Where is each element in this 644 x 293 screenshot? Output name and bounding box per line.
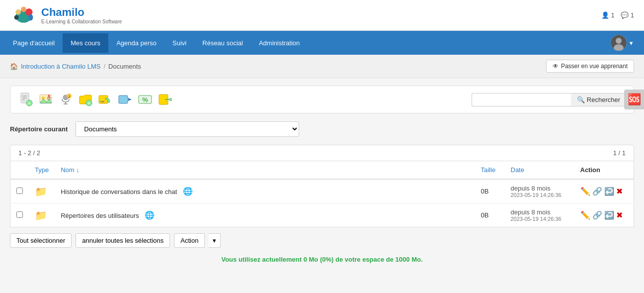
row-actions: ✏️ 🔗 ↩️ ✖ bbox=[574, 203, 634, 227]
row-size: 0B bbox=[475, 203, 505, 227]
row-date: depuis 8 mois 2023-05-19 14:26:36 bbox=[505, 179, 574, 203]
directory-select[interactable]: Documents bbox=[76, 121, 299, 137]
pagination-bar: 1 - 2 / 2 1 / 1 bbox=[10, 145, 634, 161]
breadcrumb-course-link[interactable]: Introduction à Chamilo LMS bbox=[21, 63, 100, 70]
table-header-row: Type Nom ↓ Taille Date Action bbox=[10, 161, 634, 179]
table-wrapper: 1 - 2 / 2 1 / 1 Type Nom ↓ Taille Date A… bbox=[10, 145, 634, 227]
row-date-relative: depuis 8 mois bbox=[511, 208, 551, 216]
nav-item-mes-cours[interactable]: Mes cours bbox=[63, 33, 108, 53]
apprenant-button-label: Passer en vue apprenant bbox=[561, 63, 628, 70]
refresh-icon[interactable]: ↩️ bbox=[604, 210, 614, 220]
record-audio-icon[interactable]: ♪ bbox=[57, 91, 74, 108]
apprenant-view-button[interactable]: 👁 Passer en vue apprenant bbox=[546, 60, 634, 73]
help-widget[interactable]: 🆘 bbox=[624, 90, 644, 109]
nav-item-reseau[interactable]: Réseau social bbox=[194, 33, 251, 53]
svg-text:%: % bbox=[142, 96, 148, 103]
breadcrumb-separator: / bbox=[103, 63, 105, 70]
cancel-label: annuler toutes les sélections bbox=[82, 237, 163, 244]
breadcrumb-current: Documents bbox=[108, 63, 141, 70]
col-type[interactable]: Type bbox=[29, 161, 55, 179]
delete-icon[interactable]: ✖ bbox=[616, 210, 623, 220]
user-dropdown-arrow: ▾ bbox=[630, 39, 633, 47]
new-document-icon[interactable]: + bbox=[17, 91, 34, 108]
upload-image-icon[interactable] bbox=[37, 91, 54, 108]
row-size: 0B bbox=[475, 179, 505, 203]
top-icons: 👤 1 💬 1 bbox=[601, 11, 634, 19]
user-count[interactable]: 👤 1 bbox=[601, 11, 615, 19]
logo-icon bbox=[10, 4, 37, 26]
logo[interactable]: Chamilo E-Learning & Collaboration Softw… bbox=[10, 4, 122, 26]
nav-item-admin[interactable]: Administration bbox=[251, 33, 308, 53]
share-globe-icon: 🌐 bbox=[183, 187, 193, 195]
top-bar: Chamilo E-Learning & Collaboration Softw… bbox=[0, 0, 644, 31]
brand-name: Chamilo bbox=[41, 6, 122, 19]
row-name: Répertoires des utilisateurs bbox=[61, 212, 139, 219]
message-icon: 💬 bbox=[621, 11, 629, 19]
user-count-label: 1 bbox=[611, 11, 615, 19]
select-all-button[interactable]: Tout sélectionner bbox=[10, 233, 72, 248]
row-date-absolute: 2023-05-19 14:26:36 bbox=[511, 192, 568, 198]
svg-point-2 bbox=[21, 6, 26, 12]
svg-point-7 bbox=[616, 38, 622, 44]
message-count-label: 1 bbox=[631, 11, 634, 19]
row-date: depuis 8 mois 2023-05-19 14:26:36 bbox=[505, 203, 574, 227]
eye-icon: 👁 bbox=[553, 63, 559, 70]
home-icon: 🏠 bbox=[10, 63, 18, 70]
cancel-selection-button[interactable]: annuler toutes les sélections bbox=[76, 233, 170, 248]
table-row: 📁 Historique de conversations dans le ch… bbox=[10, 179, 634, 203]
svg-point-3 bbox=[15, 9, 21, 15]
svg-point-4 bbox=[14, 15, 19, 20]
col-checkbox bbox=[10, 161, 29, 179]
row-date-absolute: 2023-05-19 14:26:36 bbox=[511, 216, 568, 222]
row-checkbox[interactable] bbox=[16, 211, 23, 218]
action-icons: ✏️ 🔗 ↩️ ✖ bbox=[580, 210, 628, 220]
new-folder-icon[interactable]: + bbox=[77, 91, 94, 108]
row-checkbox[interactable] bbox=[16, 188, 23, 194]
edit-icon[interactable]: ✏️ bbox=[580, 210, 590, 220]
storage-message: Vous utilisez actuellement 0 Mo (0%) de … bbox=[221, 256, 422, 263]
folder-icon: 📁 bbox=[35, 210, 47, 221]
brand-tagline: E-Learning & Collaboration Software bbox=[41, 19, 122, 24]
row-type: 📁 bbox=[29, 203, 55, 227]
col-action: Action bbox=[574, 161, 634, 179]
user-dropdown-button[interactable]: ▾ bbox=[605, 31, 639, 55]
search-button[interactable]: 🔍 Rechercher bbox=[571, 93, 627, 106]
share-icon[interactable]: 🔗 bbox=[592, 187, 602, 196]
search-input[interactable] bbox=[472, 93, 571, 106]
search-label: Rechercher bbox=[587, 96, 620, 103]
delete-icon[interactable]: ✖ bbox=[616, 187, 623, 196]
svg-point-5 bbox=[28, 14, 33, 21]
user-icon: 👤 bbox=[601, 11, 609, 19]
video-icon[interactable] bbox=[117, 91, 134, 108]
share-globe-icon: 🌐 bbox=[145, 211, 155, 219]
action-dropdown-button[interactable]: ▾ bbox=[209, 233, 221, 248]
svg-text:♪: ♪ bbox=[68, 94, 71, 99]
col-size: Taille bbox=[475, 161, 505, 179]
directory-selector: Répertoire courant Documents bbox=[10, 121, 634, 137]
svg-marker-35 bbox=[168, 98, 171, 101]
row-name-cell: Historique de conversations dans le chat… bbox=[55, 179, 475, 203]
export-icon[interactable] bbox=[157, 91, 173, 108]
logo-text: Chamilo E-Learning & Collaboration Softw… bbox=[41, 6, 122, 24]
svg-text:+: + bbox=[87, 100, 90, 106]
directory-label: Répertoire courant bbox=[10, 125, 68, 133]
link-icon[interactable] bbox=[97, 91, 114, 108]
document-table: Type Nom ↓ Taille Date Action 📁 Historiq… bbox=[10, 161, 634, 227]
main-content: + bbox=[0, 78, 644, 271]
nav-item-suivi[interactable]: Suivi bbox=[164, 33, 194, 53]
select-all-label: Tout sélectionner bbox=[16, 237, 65, 244]
message-count[interactable]: 💬 1 bbox=[621, 11, 634, 19]
edit-icon[interactable]: ✏️ bbox=[580, 187, 590, 196]
share-icon[interactable]: 🔗 bbox=[592, 210, 602, 220]
percent-icon[interactable]: % bbox=[137, 91, 154, 108]
refresh-icon[interactable]: ↩️ bbox=[604, 187, 614, 196]
nav-item-agenda[interactable]: Agenda perso bbox=[108, 33, 164, 53]
avatar bbox=[611, 35, 627, 51]
action-dropdown-arrow: ▾ bbox=[213, 237, 216, 244]
search-icon: 🔍 bbox=[577, 96, 585, 103]
col-name[interactable]: Nom ↓ bbox=[55, 161, 475, 179]
action-button[interactable]: Action bbox=[174, 233, 205, 248]
row-checkbox-cell bbox=[10, 203, 29, 227]
nav-item-accueil[interactable]: Page d'accueil bbox=[5, 33, 63, 53]
row-date-relative: depuis 8 mois bbox=[511, 185, 551, 192]
